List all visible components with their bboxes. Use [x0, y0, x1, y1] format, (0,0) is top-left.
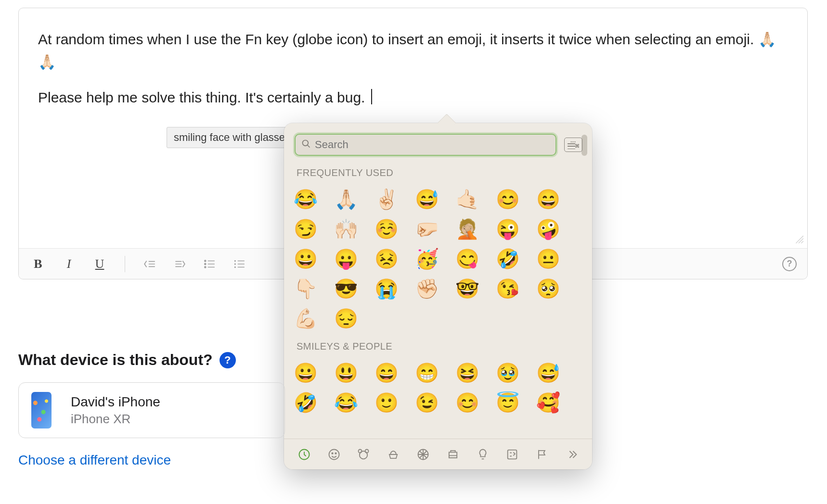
- emoji-cell[interactable]: 😭: [375, 277, 399, 301]
- emoji-row: 😏🙌🏻☺️🤛🏻🤦🏼😜🤪: [294, 214, 582, 244]
- emoji-cell[interactable]: 😘: [496, 277, 520, 301]
- editor-paragraph-1: At random times when I use the Fn key (g…: [38, 28, 788, 73]
- emoji-cell[interactable]: 😊: [496, 187, 520, 211]
- device-section: What device is this about? ? David's iPh…: [18, 351, 285, 468]
- svg-point-5: [234, 266, 235, 267]
- emoji-cell[interactable]: 😉: [415, 391, 439, 415]
- category-animals[interactable]: [356, 446, 372, 463]
- device-heading-row: What device is this about? ?: [18, 351, 285, 369]
- emoji-cell[interactable]: ☺️: [375, 217, 399, 241]
- italic-button[interactable]: I: [60, 255, 78, 273]
- svg-point-9: [332, 453, 333, 454]
- bold-button[interactable]: B: [29, 255, 47, 273]
- category-travel[interactable]: [445, 446, 461, 463]
- category-recent[interactable]: [297, 446, 312, 463]
- frequently-used-label: FREQUENTLY USED: [284, 163, 592, 181]
- emoji-cell[interactable]: 🤣: [294, 391, 318, 415]
- category-symbols[interactable]: [505, 446, 520, 463]
- emoji-cell[interactable]: 😂: [334, 391, 358, 415]
- emoji-row: 🤣😂🙂😉😊😇🥰: [294, 388, 582, 417]
- viewer-bars-icon: [568, 143, 575, 149]
- bullet-list-button[interactable]: [201, 256, 218, 272]
- numbered-list-button[interactable]: [231, 256, 247, 272]
- category-activity[interactable]: [415, 446, 431, 463]
- svg-point-8: [329, 449, 339, 459]
- emoji-cell[interactable]: 😊: [455, 391, 479, 415]
- emoji-cell[interactable]: 😁: [415, 361, 439, 385]
- emoji-cell[interactable]: 😎: [334, 277, 358, 301]
- category-objects[interactable]: [475, 446, 491, 463]
- category-smileys[interactable]: [326, 446, 342, 463]
- emoji-cell[interactable]: 😇: [496, 391, 520, 415]
- emoji-tooltip: smiling face with glasses: [167, 127, 297, 148]
- emoji-cell[interactable]: 😏: [294, 217, 318, 241]
- resize-handle-icon[interactable]: [794, 234, 804, 244]
- character-viewer-button[interactable]: ••• ⌘: [564, 138, 582, 152]
- emoji-cell[interactable]: 🤙🏻: [455, 187, 479, 211]
- emoji-cell[interactable]: 👇🏻: [294, 277, 318, 301]
- emoji-cell[interactable]: 😛: [334, 247, 358, 271]
- category-more[interactable]: [564, 446, 580, 463]
- emoji-cell[interactable]: 😄: [536, 187, 560, 211]
- svg-point-10: [335, 453, 336, 454]
- emoji-cell[interactable]: 🤦🏼: [455, 217, 479, 241]
- svg-point-4: [234, 263, 235, 264]
- svg-point-0: [205, 260, 206, 261]
- emoji-cell[interactable]: 😃: [334, 361, 358, 385]
- emoji-search-input[interactable]: [315, 139, 550, 151]
- emoji-search-field[interactable]: [295, 134, 556, 156]
- emoji-cell[interactable]: 😋: [455, 247, 479, 271]
- emoji-cell[interactable]: 🤛🏻: [415, 217, 439, 241]
- emoji-cell[interactable]: 😐: [536, 247, 560, 271]
- device-heading: What device is this about?: [18, 351, 213, 369]
- device-text: David's iPhone iPhone XR: [71, 394, 160, 427]
- svg-point-1: [205, 263, 206, 265]
- device-info-button[interactable]: ?: [220, 352, 236, 368]
- editor-paragraph-2: Please help me solve this thing. It's ce…: [38, 87, 788, 109]
- underline-button[interactable]: U: [91, 255, 108, 273]
- emoji-cell[interactable]: 😂: [294, 187, 318, 211]
- svg-point-6: [303, 140, 309, 146]
- emoji-row: 😀😃😄😁😆🥹😅: [294, 358, 582, 388]
- emoji-cell[interactable]: 😆: [455, 361, 479, 385]
- emoji-cell[interactable]: 🤣: [496, 247, 520, 271]
- choose-different-device-link[interactable]: Choose a different device: [18, 453, 285, 468]
- svg-rect-15: [449, 452, 457, 458]
- viewer-x-glyph: ⌘: [575, 143, 580, 149]
- smileys-people-grid: 😀😃😄😁😆🥹😅🤣😂🙂😉😊😇🥰: [284, 355, 592, 420]
- emoji-cell[interactable]: ✊🏻: [415, 277, 439, 301]
- emoji-picker: ••• ⌘ FREQUENTLY USED 😂🙏🏻✌🏻😅🤙🏻😊😄😏🙌🏻☺️🤛🏻🤦…: [284, 123, 592, 469]
- emoji-cell[interactable]: 😅: [536, 361, 560, 385]
- device-model: iPhone XR: [71, 412, 160, 427]
- device-thumbnail-icon: [31, 392, 52, 428]
- indent-button[interactable]: [171, 256, 188, 272]
- category-flags[interactable]: [534, 446, 550, 463]
- emoji-cell[interactable]: ✌🏻: [375, 187, 399, 211]
- emoji-cell[interactable]: 😀: [294, 361, 318, 385]
- emoji-cell[interactable]: 😀: [294, 247, 318, 271]
- search-icon: [301, 139, 311, 151]
- emoji-cell[interactable]: 🥺: [536, 277, 560, 301]
- emoji-cell[interactable]: 😣: [375, 247, 399, 271]
- emoji-cell[interactable]: 🥹: [496, 361, 520, 385]
- emoji-cell[interactable]: 🤪: [536, 217, 560, 241]
- emoji-cell[interactable]: 🥳: [415, 247, 439, 271]
- emoji-cell[interactable]: 🙏🏻: [334, 187, 358, 211]
- svg-point-2: [205, 266, 206, 267]
- emoji-cell[interactable]: 🥰: [536, 391, 560, 415]
- smileys-people-label: SMILEYS & PEOPLE: [284, 336, 592, 355]
- svg-point-3: [234, 260, 235, 261]
- picker-header: ••• ⌘: [284, 123, 592, 163]
- emoji-cell[interactable]: 😄: [375, 361, 399, 385]
- emoji-cell[interactable]: 🙌🏻: [334, 217, 358, 241]
- emoji-cell[interactable]: 🙂: [375, 391, 399, 415]
- emoji-cell[interactable]: 🤓: [455, 277, 479, 301]
- emoji-cell[interactable]: 💪🏻: [294, 306, 318, 330]
- emoji-cell[interactable]: 😅: [415, 187, 439, 211]
- emoji-cell[interactable]: 😜: [496, 217, 520, 241]
- outdent-button[interactable]: [142, 256, 158, 272]
- emoji-cell[interactable]: 😔: [334, 306, 358, 330]
- device-card[interactable]: David's iPhone iPhone XR: [18, 382, 285, 438]
- category-food[interactable]: [386, 446, 401, 463]
- editor-help-button[interactable]: ?: [782, 257, 797, 271]
